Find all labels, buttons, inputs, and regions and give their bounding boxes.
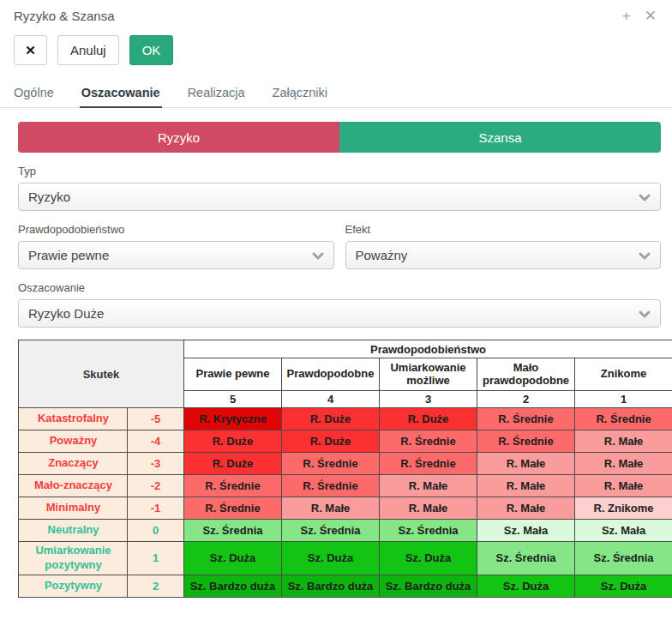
- matrix-cell: Sz. Bardzo duża: [380, 575, 477, 597]
- matrix-cell: Sz. Średnia: [477, 542, 575, 575]
- matrix-row-value: -2: [128, 475, 184, 497]
- matrix-row-label: Minimalny: [19, 497, 128, 520]
- matrix-column-value: 4: [282, 391, 380, 408]
- matrix-cell: R. Duże: [380, 408, 477, 430]
- tab-bar: Ogólne Oszacowanie Realizacja Załączniki: [0, 77, 672, 108]
- effect-label: Efekt: [345, 223, 662, 236]
- matrix-cell: Sz. Średnia: [380, 520, 477, 542]
- matrix-cell: R. Duże: [184, 430, 282, 453]
- tab-realizacja[interactable]: Realizacja: [186, 82, 247, 108]
- close-icon[interactable]: ✕: [645, 9, 657, 23]
- matrix-cell: Sz. Duża: [575, 575, 672, 597]
- tab-ogolne[interactable]: Ogólne: [12, 82, 56, 108]
- matrix-row: Katastrofalny-5R. KrytyczneR. DużeR. Duż…: [19, 408, 672, 430]
- matrix-cell: Sz. Duża: [184, 542, 282, 575]
- matrix-row-label: Pozytywny: [19, 575, 128, 597]
- ok-button[interactable]: OK: [129, 35, 174, 65]
- matrix-cell: R. Duże: [184, 453, 282, 475]
- matrix-row: Minimalny-1R. ŚrednieR. MałeR. MałeR. Ma…: [19, 497, 672, 520]
- risk-chance-toggle: Ryzyko Szansa: [18, 122, 661, 153]
- close-button[interactable]: ✕: [14, 35, 47, 65]
- estimate-label: Oszacowanie: [18, 281, 672, 294]
- matrix-corner-header: Skutek: [19, 340, 184, 408]
- matrix-cell: R. Małe: [477, 475, 575, 497]
- estimate-select-value: Ryzyko Duże: [28, 306, 638, 321]
- matrix-group-header: Prawdopodobieństwo: [184, 340, 672, 358]
- matrix-row: Mało-znaczący-2R. ŚrednieR. ŚrednieR. Ma…: [19, 475, 672, 497]
- matrix-cell: R. Małe: [575, 475, 672, 497]
- matrix-row-label: Neutralny: [19, 520, 128, 542]
- matrix-cell: R. Średnie: [184, 497, 282, 520]
- chevron-down-icon: [311, 249, 325, 262]
- matrix-cell: Sz. Średnia: [184, 520, 282, 542]
- dialog-titlebar: Ryzyko & Szansa + ✕: [0, 0, 672, 23]
- matrix-cell: R. Małe: [477, 497, 575, 520]
- matrix-cell: R. Znikome: [575, 497, 672, 520]
- cancel-button[interactable]: Anuluj: [57, 35, 119, 65]
- matrix-body: Katastrofalny-5R. KrytyczneR. DużeR. Duż…: [19, 408, 672, 598]
- matrix-column-header: Umiarkowanie możliwe: [380, 358, 477, 391]
- matrix-cell: Sz. Duża: [477, 575, 575, 597]
- chevron-down-icon: [638, 307, 651, 321]
- add-icon[interactable]: +: [622, 9, 631, 23]
- matrix-cell: Sz. Średnia: [575, 542, 672, 575]
- matrix-cell: R. Średnie: [477, 430, 575, 453]
- matrix-cell: R. Średnie: [184, 475, 282, 497]
- matrix-cell: R. Średnie: [282, 475, 380, 497]
- matrix-column-value: 5: [184, 391, 282, 408]
- matrix-cell: Sz. Duża: [380, 542, 477, 575]
- matrix-column-header: Prawdopodobne: [282, 358, 380, 391]
- matrix-cell: R. Średnie: [380, 453, 477, 475]
- matrix-row: Neutralny0Sz. ŚredniaSz. ŚredniaSz. Śred…: [19, 520, 672, 542]
- type-label: Typ: [18, 165, 672, 178]
- matrix-cell: R. Małe: [380, 475, 477, 497]
- matrix-cell: R. Małe: [380, 497, 477, 520]
- matrix-row: Poważny-4R. DużeR. DużeR. ŚrednieR. Śred…: [19, 430, 672, 453]
- type-select[interactable]: Ryzyko: [18, 183, 661, 211]
- matrix-row: Umiarkowanie pozytywny1Sz. DużaSz. DużaS…: [19, 542, 672, 575]
- probability-select[interactable]: Prawie pewne: [18, 241, 334, 269]
- matrix-cell: R. Średnie: [575, 408, 672, 430]
- matrix-column-value: 2: [477, 391, 575, 408]
- matrix-cell: R. Małe: [575, 453, 672, 475]
- chevron-down-icon: [638, 249, 651, 262]
- probability-label: Prawdopodobieństwo: [18, 223, 334, 236]
- matrix-head: SkutekPrawdopodobieństwoPrawie pewnePraw…: [19, 340, 672, 408]
- matrix-cell: Sz. Bardzo duża: [184, 575, 282, 597]
- estimate-select[interactable]: Ryzyko Duże: [18, 299, 661, 328]
- toggle-chance-button[interactable]: Szansa: [339, 122, 661, 153]
- probability-select-value: Prawie pewne: [28, 248, 311, 262]
- matrix-cell: Sz. Mała: [477, 520, 575, 542]
- matrix-cell: Sz. Mała: [575, 520, 672, 542]
- matrix-row-label: Umiarkowanie pozytywny: [19, 542, 128, 575]
- page-title: Ryzyko & Szansa: [14, 9, 115, 23]
- matrix-cell: R. Krytyczne: [184, 408, 282, 430]
- matrix-column-value: 1: [575, 391, 672, 408]
- matrix-row-label: Znaczący: [19, 453, 128, 475]
- matrix-row-value: 2: [128, 575, 184, 597]
- matrix-cell: R. Małe: [477, 453, 575, 475]
- matrix-row-value: -3: [128, 453, 184, 475]
- effect-select[interactable]: Poważny: [345, 241, 662, 269]
- effect-select-value: Poważny: [356, 248, 639, 262]
- matrix-column-header: Mało prawdopodobne: [477, 358, 575, 391]
- matrix-row-label: Katastrofalny: [19, 408, 128, 430]
- tab-oszacowanie[interactable]: Oszacowanie: [80, 82, 162, 108]
- matrix-column-value: 3: [380, 391, 477, 408]
- matrix-cell: R. Duże: [282, 430, 380, 453]
- type-select-value: Ryzyko: [28, 190, 638, 204]
- tab-zalaczniki[interactable]: Załączniki: [271, 82, 329, 108]
- matrix-row-label: Poważny: [19, 430, 128, 453]
- matrix-cell: Sz. Bardzo duża: [282, 575, 380, 597]
- risk-matrix: SkutekPrawdopodobieństwoPrawie pewnePraw…: [18, 340, 672, 598]
- matrix-row: Pozytywny2Sz. Bardzo dużaSz. Bardzo duża…: [19, 575, 672, 597]
- matrix-row-value: -5: [128, 408, 184, 430]
- matrix-column-header: Prawie pewne: [184, 358, 282, 391]
- matrix-cell: R. Średnie: [477, 408, 575, 430]
- matrix-row-value: 0: [128, 520, 184, 542]
- matrix-cell: Sz. Duża: [282, 542, 380, 575]
- matrix-column-header: Znikome: [575, 358, 672, 391]
- toggle-risk-button[interactable]: Ryzyko: [18, 122, 339, 153]
- matrix-row-value: -4: [128, 430, 184, 453]
- matrix-row: Znaczący-3R. DużeR. ŚrednieR. ŚrednieR. …: [19, 453, 672, 475]
